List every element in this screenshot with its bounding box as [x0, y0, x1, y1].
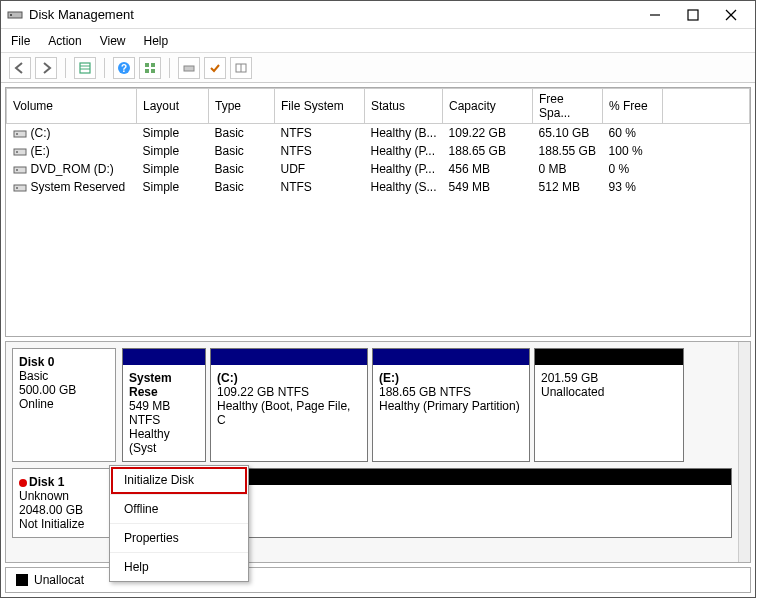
disk0-info[interactable]: Disk 0 Basic 500.00 GB Online [12, 348, 116, 462]
svg-rect-22 [14, 167, 26, 173]
menubar: File Action View Help [1, 29, 755, 53]
svg-rect-13 [145, 69, 149, 73]
svg-rect-1 [10, 14, 12, 16]
volume-table: Volume Layout Type File System Status Ca… [6, 88, 750, 196]
menu-action[interactable]: Action [48, 34, 81, 48]
help-icon[interactable]: ? [113, 57, 135, 79]
partition[interactable]: (E:)188.65 GB NTFSHealthy (Primary Parti… [372, 348, 530, 462]
context-menu: Initialize Disk Offline Properties Help [109, 465, 249, 582]
vertical-scrollbar[interactable] [738, 342, 750, 562]
col-status[interactable]: Status [365, 89, 443, 124]
partition-bar [373, 349, 529, 365]
partition-bar [211, 349, 367, 365]
drive-icon [13, 146, 27, 158]
drive-icon [13, 182, 27, 194]
drive-icon [13, 128, 27, 140]
list-icon[interactable] [230, 57, 252, 79]
table-row[interactable]: (C:)SimpleBasicNTFSHealthy (B...109.22 G… [7, 124, 750, 143]
menu-offline[interactable]: Offline [110, 495, 248, 524]
partition[interactable]: (C:)109.22 GB NTFSHealthy (Boot, Page Fi… [210, 348, 368, 462]
svg-text:?: ? [121, 63, 127, 74]
partition-body: (C:)109.22 GB NTFSHealthy (Boot, Page Fi… [211, 365, 367, 461]
disk1-size: 2048.00 GB [19, 503, 109, 517]
svg-point-23 [16, 169, 18, 171]
disk0-partitions: System Rese549 MB NTFSHealthy (Syst(C:)1… [122, 348, 732, 462]
menu-properties[interactable]: Properties [110, 524, 248, 553]
table-header-row: Volume Layout Type File System Status Ca… [7, 89, 750, 124]
svg-rect-18 [14, 131, 26, 137]
table-row[interactable]: System ReservedSimpleBasicNTFSHealthy (S… [7, 178, 750, 196]
window-title: Disk Management [29, 7, 647, 22]
col-capacity[interactable]: Capacity [443, 89, 533, 124]
col-pctfree[interactable]: % Free [603, 89, 663, 124]
partition[interactable]: System Rese549 MB NTFSHealthy (Syst [122, 348, 206, 462]
disk1-kind: Unknown [19, 489, 109, 503]
partition-body: System Rese549 MB NTFSHealthy (Syst [123, 365, 205, 461]
col-layout[interactable]: Layout [137, 89, 209, 124]
legend-unallocated-label: Unallocat [34, 573, 84, 587]
partition-body: (E:)188.65 GB NTFSHealthy (Primary Parti… [373, 365, 529, 461]
view-list-icon[interactable] [74, 57, 96, 79]
table-row[interactable]: DVD_ROM (D:)SimpleBasicUDFHealthy (P...4… [7, 160, 750, 178]
col-filesystem[interactable]: File System [275, 89, 365, 124]
titlebar: Disk Management [1, 1, 755, 29]
disk0-label: Disk 0 [19, 355, 109, 369]
forward-button[interactable] [35, 57, 57, 79]
table-row[interactable]: (E:)SimpleBasicNTFSHealthy (P...188.65 G… [7, 142, 750, 160]
svg-rect-15 [184, 66, 194, 71]
partition[interactable]: 201.59 GBUnallocated [534, 348, 684, 462]
settings-grid-icon[interactable] [139, 57, 161, 79]
disk0-size: 500.00 GB [19, 383, 109, 397]
disk0-row: Disk 0 Basic 500.00 GB Online System Res… [12, 348, 732, 462]
svg-rect-24 [14, 185, 26, 191]
col-volume[interactable]: Volume [7, 89, 137, 124]
svg-rect-6 [80, 63, 90, 73]
menu-view[interactable]: View [100, 34, 126, 48]
check-icon[interactable] [204, 57, 226, 79]
svg-rect-12 [151, 63, 155, 67]
partition-bar [123, 349, 205, 365]
disk0-state: Online [19, 397, 109, 411]
col-spacer [663, 89, 750, 124]
menu-initialize-disk[interactable]: Initialize Disk [110, 466, 248, 495]
partition-bar [535, 349, 683, 365]
warning-icon [19, 475, 29, 489]
app-window: Disk Management File Action View Help ? [0, 0, 756, 598]
svg-rect-3 [688, 10, 698, 20]
disk0-kind: Basic [19, 369, 109, 383]
toolbar: ? [1, 53, 755, 83]
svg-rect-11 [145, 63, 149, 67]
action-icon[interactable] [178, 57, 200, 79]
drive-icon [13, 164, 27, 176]
partition-body: 201.59 GBUnallocated [535, 365, 683, 461]
window-controls [647, 7, 739, 23]
volume-list-pane: Volume Layout Type File System Status Ca… [5, 87, 751, 337]
back-button[interactable] [9, 57, 31, 79]
col-type[interactable]: Type [209, 89, 275, 124]
svg-rect-20 [14, 149, 26, 155]
maximize-button[interactable] [685, 7, 701, 23]
disk1-state: Not Initialize [19, 517, 109, 531]
svg-point-19 [16, 133, 18, 135]
legend-unallocated-swatch [16, 574, 28, 586]
svg-rect-14 [151, 69, 155, 73]
minimize-button[interactable] [647, 7, 663, 23]
disk1-label: Disk 1 [19, 475, 109, 489]
disk-mgmt-icon [7, 7, 23, 23]
disk1-info[interactable]: Disk 1 Unknown 2048.00 GB Not Initialize [12, 468, 116, 538]
col-free[interactable]: Free Spa... [533, 89, 603, 124]
menu-help[interactable]: Help [144, 34, 169, 48]
close-button[interactable] [723, 7, 739, 23]
svg-point-25 [16, 187, 18, 189]
svg-point-21 [16, 151, 18, 153]
menu-help[interactable]: Help [110, 553, 248, 581]
menu-file[interactable]: File [11, 34, 30, 48]
